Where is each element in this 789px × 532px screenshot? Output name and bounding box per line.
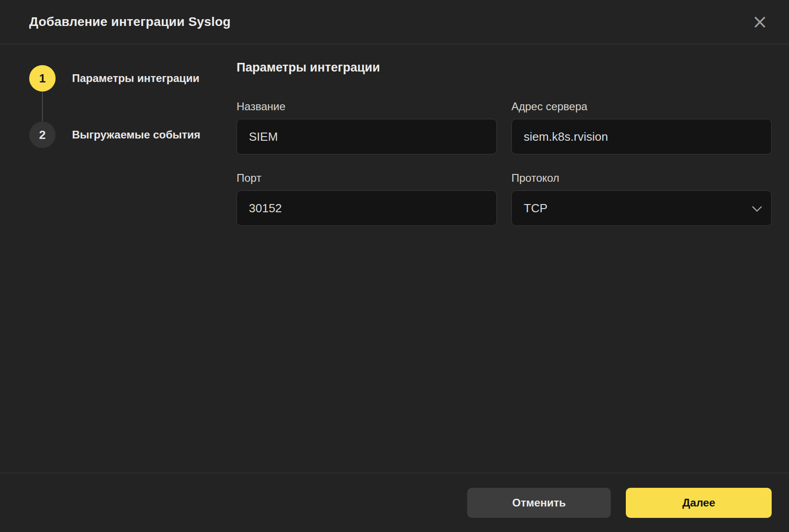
form-fields-grid: Название Адрес сервера Порт Протокол TCP xyxy=(237,100,772,226)
dialog-title: Добавление интеграции Syslog xyxy=(29,15,231,29)
integration-params-form: Параметры интеграции Название Адрес серв… xyxy=(237,44,789,226)
step-2-label: Выгружаемые события xyxy=(72,128,201,141)
step-1-circle[interactable]: 1 xyxy=(29,65,56,92)
step-2-circle[interactable]: 2 xyxy=(29,122,56,148)
add-syslog-integration-dialog: Добавление интеграции Syslog × 1 Парамет… xyxy=(0,0,789,532)
wizard-stepper: 1 Параметры интеграции 2 Выгружаемые соб… xyxy=(0,44,237,148)
dialog-footer: Отменить Далее xyxy=(0,473,789,532)
port-field-group: Порт xyxy=(237,172,497,226)
form-section-heading: Параметры интеграции xyxy=(237,61,772,75)
name-input[interactable] xyxy=(237,119,497,154)
protocol-selected-value: TCP xyxy=(524,201,547,215)
stepper-step-exported-events[interactable]: 2 Выгружаемые события xyxy=(29,122,237,148)
cancel-button[interactable]: Отменить xyxy=(467,488,611,518)
step-1-label: Параметры интеграции xyxy=(72,72,200,85)
protocol-select[interactable]: TCP xyxy=(511,190,772,226)
stepper-connector-line xyxy=(42,92,43,122)
name-field-label: Название xyxy=(237,100,497,113)
port-field-label: Порт xyxy=(237,172,497,184)
dialog-header: Добавление интеграции Syslog × xyxy=(0,0,789,44)
name-field-group: Название xyxy=(237,100,497,154)
protocol-field-group: Протокол TCP xyxy=(511,172,772,226)
close-icon: × xyxy=(752,12,768,31)
stepper-step-integration-params[interactable]: 1 Параметры интеграции xyxy=(29,65,237,92)
next-button[interactable]: Далее xyxy=(626,488,772,518)
server-address-field-label: Адрес сервера xyxy=(511,100,772,113)
server-address-input[interactable] xyxy=(511,119,772,154)
dialog-body: 1 Параметры интеграции 2 Выгружаемые соб… xyxy=(0,44,789,473)
server-address-field-group: Адрес сервера xyxy=(511,100,772,154)
chevron-down-icon xyxy=(752,202,763,212)
protocol-field-label: Протокол xyxy=(511,172,772,184)
close-button[interactable]: × xyxy=(750,12,770,32)
port-input[interactable] xyxy=(237,190,497,226)
